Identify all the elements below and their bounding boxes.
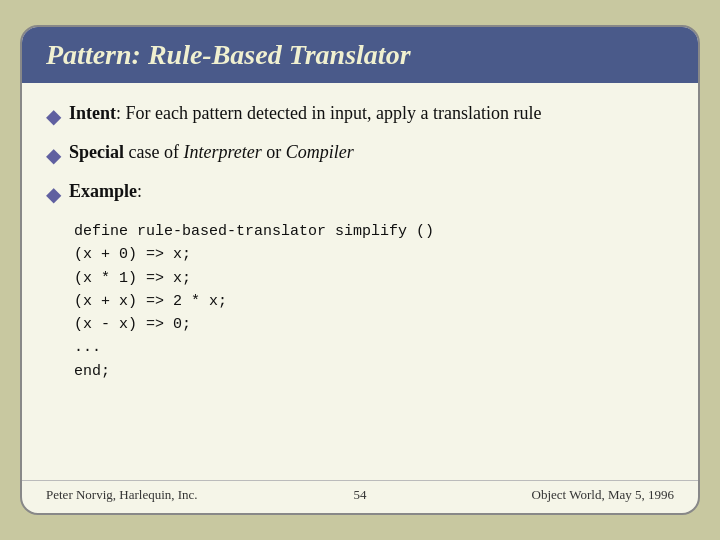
slide: Pattern: Rule-Based Translator ◆ Intent:… (20, 25, 700, 515)
code-block: define rule-based-translator simplify ()… (74, 220, 674, 383)
special-label: Special (69, 142, 124, 162)
bullet-text-3: Example: (69, 179, 142, 204)
compiler-text: Compiler (286, 142, 354, 162)
example-colon: : (137, 181, 142, 201)
intent-label: Intent (69, 103, 116, 123)
slide-body: ◆ Intent: For each pattern detected in i… (22, 83, 698, 480)
example-label: Example (69, 181, 137, 201)
bullet-special: ◆ Special case of Interpreter or Compile… (46, 140, 674, 169)
code-line-7: end; (74, 360, 674, 383)
or-text: or (262, 142, 286, 162)
slide-footer: Peter Norvig, Harlequin, Inc. 54 Object … (22, 480, 698, 513)
bullet-text-2: Special case of Interpreter or Compiler (69, 140, 354, 165)
intent-body: : For each pattern detected in input, ap… (116, 103, 541, 123)
interpreter-text: Interpreter (183, 142, 261, 162)
bullet-intent: ◆ Intent: For each pattern detected in i… (46, 101, 674, 130)
bullet-diamond-3: ◆ (46, 180, 61, 208)
bullet-diamond-1: ◆ (46, 102, 61, 130)
bullet-text-1: Intent: For each pattern detected in inp… (69, 101, 541, 126)
code-line-6: ... (74, 336, 674, 359)
code-line-2: (x + 0) => x; (74, 243, 674, 266)
code-line-3: (x * 1) => x; (74, 267, 674, 290)
code-line-4: (x + x) => 2 * x; (74, 290, 674, 313)
code-line-5: (x - x) => 0; (74, 313, 674, 336)
code-line-1: define rule-based-translator simplify () (74, 220, 674, 243)
bullet-example: ◆ Example: (46, 179, 674, 208)
bullet-diamond-2: ◆ (46, 141, 61, 169)
footer-right: Object World, May 5, 1996 (465, 487, 674, 503)
slide-title: Pattern: Rule-Based Translator (22, 27, 698, 83)
special-case-text: case of (124, 142, 183, 162)
footer-left: Peter Norvig, Harlequin, Inc. (46, 487, 255, 503)
footer-page-number: 54 (255, 487, 464, 503)
